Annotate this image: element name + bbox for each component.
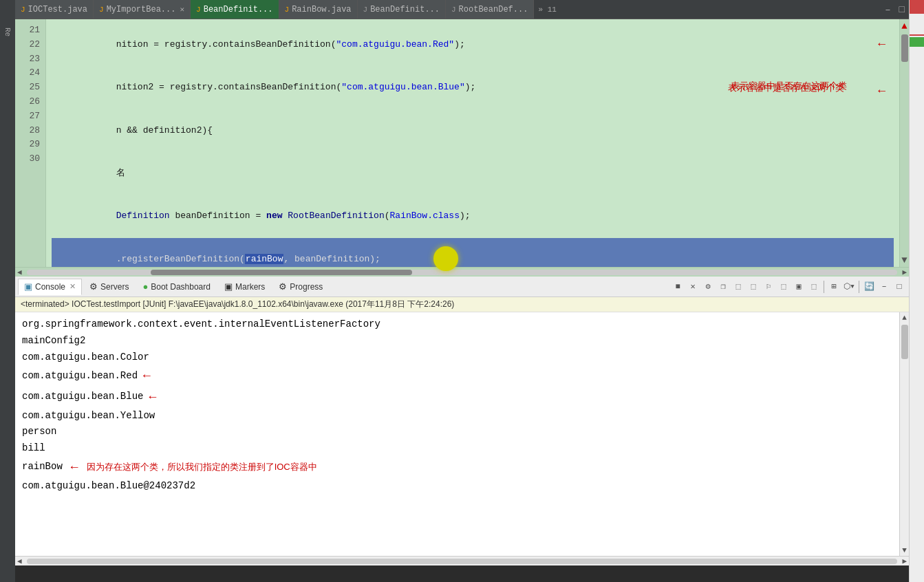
tab-rainbow[interactable]: J RainBow.java: [279, 0, 358, 19]
console-tab-progress[interactable]: ⚙ Progress: [272, 279, 329, 295]
output-text: com.atguigu.bean.Red: [22, 368, 138, 385]
arrow-red-2: ←: [149, 387, 156, 408]
main-layout: Re J IOCTest.java J MyImportBea... ✕ J B…: [0, 0, 924, 582]
console-output-wrapper: org.springframework.context.event.intern…: [15, 312, 909, 556]
console-close-icon[interactable]: ✕: [69, 282, 76, 291]
scroll-up-arrow[interactable]: ▲: [900, 19, 908, 33]
code-line-25: Definition beanDefinition = new RootBean…: [52, 195, 894, 238]
scroll-lock-btn[interactable]: ⬚: [731, 280, 745, 294]
right-marker-2: [910, 34, 924, 36]
cscroll-up[interactable]: ▲: [901, 312, 908, 323]
code-line-26: .registerBeanDefinition(rainBow, beanDef…: [52, 238, 894, 267]
line-num: 21: [15, 23, 40, 38]
tab-myimport[interactable]: J MyImportBea... ✕: [94, 0, 191, 19]
line-num: 23: [15, 52, 40, 67]
copy-btn[interactable]: ⚐: [762, 280, 775, 294]
editor-right-scrollbar[interactable]: ▲ ▼: [899, 19, 909, 267]
output-line-10: com.atguigu.bean.Blue@240237d2: [22, 478, 892, 495]
servers-icon: ⚙: [89, 281, 98, 292]
console-tab-servers[interactable]: ⚙ Servers: [83, 279, 135, 295]
line-num: 25: [15, 80, 40, 95]
java-icon: J: [196, 6, 201, 14]
code-text: .registerBeanDefinition(rainBow, beanDef…: [116, 254, 380, 264]
scroll-thumb[interactable]: [901, 34, 908, 62]
open-file-btn[interactable]: ▣: [792, 280, 806, 294]
tab-overflow[interactable]: » 11: [534, 6, 560, 14]
tab-beandef1[interactable]: J BeanDefinit...: [191, 0, 279, 19]
chscroll-right[interactable]: ▶: [900, 557, 909, 565]
separator: [824, 281, 824, 293]
output-line-rainbow: rainBow ← 因为存在这两个类，所以我们指定的类注册到了IOC容器中: [22, 457, 892, 478]
console-hscrollbar[interactable]: ◀ ▶: [15, 556, 909, 565]
terminate-btn[interactable]: ✕: [686, 280, 700, 294]
tab-label: MyImportBea...: [107, 5, 176, 14]
editor-area: 21 22 23 24 25 26 27 28 29 30 nition = r…: [15, 19, 909, 267]
editor-hscrollbar[interactable]: ◀ ▶: [15, 267, 909, 277]
markers-icon: ▣: [224, 281, 233, 292]
new-icon: ⬡: [844, 281, 850, 292]
tab-label: IOCTest.java: [28, 5, 87, 14]
arrow-right-2: ←: [878, 81, 885, 101]
word-wrap-btn[interactable]: ⬚: [746, 280, 760, 294]
code-text: n && definition2){: [116, 125, 213, 136]
code-line-24: 名: [52, 152, 894, 195]
line-num: 24: [15, 66, 40, 80]
hscroll-track[interactable]: [27, 270, 898, 275]
hscroll-left[interactable]: ◀: [15, 268, 24, 277]
maximize-btn[interactable]: □: [895, 4, 909, 15]
tab-label: BeanDefinit...: [370, 5, 440, 14]
code-text: Definition beanDefinition = new RootBean…: [116, 211, 471, 221]
console-right-scrollbar[interactable]: ▲ ▼: [899, 312, 909, 556]
cscroll-thumb[interactable]: [901, 325, 908, 359]
hscroll-thumb[interactable]: [151, 270, 412, 275]
annotation-text: 表示容器中是否存在这两个类: [728, 81, 844, 96]
tab-label: BeanDefinit...: [204, 5, 273, 14]
stop-btn[interactable]: ■: [671, 280, 685, 294]
arrow-right-1: ←: [878, 34, 885, 54]
scroll-down-arrow[interactable]: ▼: [900, 253, 908, 267]
line-num: 27: [15, 109, 40, 124]
java-icon: J: [21, 6, 25, 14]
tab-rootbeandef[interactable]: J RootBeanDef...: [446, 0, 534, 19]
view-menu-btn[interactable]: ⊞: [827, 280, 841, 294]
tab-ioctest[interactable]: J IOCTest.java: [15, 0, 94, 19]
output-line-6: com.atguigu.bean.Yellow: [22, 408, 892, 424]
editor-tab-bar: J IOCTest.java J MyImportBea... ✕ J Bean…: [15, 0, 909, 19]
servers-label: Servers: [100, 282, 129, 292]
line-num: 30: [15, 152, 40, 166]
hscroll-right[interactable]: ▶: [900, 268, 909, 277]
arrow-red-1: ←: [143, 365, 151, 387]
bootdash-label: Boot Dashboard: [151, 282, 211, 292]
max-btn[interactable]: □: [892, 280, 906, 294]
cscroll-down[interactable]: ▼: [901, 545, 908, 556]
chscroll-left[interactable]: ◀: [15, 557, 24, 565]
java-icon: J: [285, 6, 290, 14]
console-tab-console[interactable]: ▣ Console ✕: [18, 279, 82, 295]
update-btn[interactable]: 🔄: [862, 280, 876, 294]
clear-btn[interactable]: ❐: [716, 280, 730, 294]
progress-icon: ⚙: [279, 281, 287, 292]
paste-btn[interactable]: ⬚: [777, 280, 791, 294]
new-console-btn[interactable]: ⬡▼: [842, 280, 856, 294]
tab-beandef2[interactable]: J BeanDefinit...: [358, 0, 446, 19]
tab-close-btn[interactable]: ✕: [180, 5, 184, 14]
chscroll-track[interactable]: [27, 559, 898, 564]
code-content: nition = registry.containsBeanDefinition…: [46, 19, 899, 267]
console-toolbar: ■ ✕ ⚙ ❐ ⬚ ⬚ ⚐ ⬚ ▣ ⬚ ⊞ ⬡▼ 🔄: [671, 280, 906, 294]
output-line-2: mainConfig2: [22, 333, 892, 349]
console-output[interactable]: org.springframework.context.event.intern…: [15, 312, 899, 556]
left-gutter: Re: [0, 0, 15, 582]
line-numbers: 21 22 23 24 25 26 27 28 29 30: [15, 19, 46, 267]
right-panel: [909, 0, 924, 582]
output-line-8: bill: [22, 440, 892, 457]
console-tab-markers[interactable]: ▣ Markers: [218, 279, 271, 295]
min-btn[interactable]: –: [877, 280, 891, 294]
line-num: 29: [15, 138, 40, 152]
console-panel: ▣ Console ✕ ⚙ Servers ● Boot Dashboard ▣…: [15, 277, 909, 565]
remove-launch-btn[interactable]: ⚙: [701, 280, 715, 294]
console-tab-bootdash[interactable]: ● Boot Dashboard: [136, 279, 217, 295]
pin-btn[interactable]: ⬚: [807, 280, 821, 294]
minimize-btn[interactable]: –: [881, 4, 894, 15]
code-line-23: n && definition2){: [52, 109, 894, 152]
right-green-marker: [910, 37, 924, 47]
